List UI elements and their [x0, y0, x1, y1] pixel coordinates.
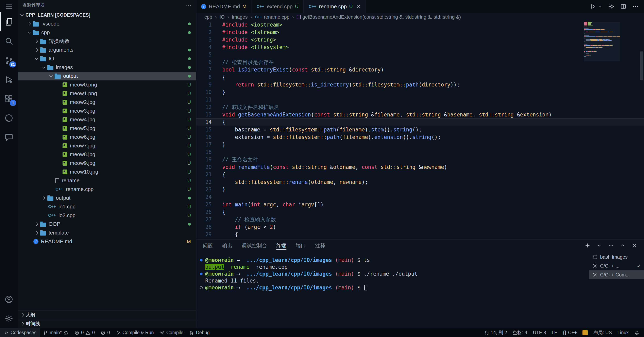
- command-decoration-icon[interactable]: [197, 257, 205, 263]
- more-actions-icon[interactable]: [608, 242, 614, 248]
- panel-tab-注释[interactable]: 注释: [315, 240, 325, 251]
- workspace-root[interactable]: CPP_LEARN [CODESPACES]: [18, 11, 196, 20]
- tree-item[interactable]: 转换函数: [18, 37, 196, 46]
- tree-item[interactable]: meow9.jpgU: [18, 159, 196, 167]
- status-remote[interactable]: Codespaces: [0, 328, 40, 337]
- sidebar-item-extensions[interactable]: 1: [0, 89, 18, 108]
- tree-item[interactable]: meow6.jpgU: [18, 133, 196, 141]
- status-ime[interactable]: [580, 328, 590, 337]
- line-number: 7: [196, 66, 212, 74]
- status-indentation[interactable]: 空格: 4: [510, 328, 530, 337]
- minimap[interactable]: [584, 22, 620, 239]
- command-decoration-icon[interactable]: [197, 270, 205, 277]
- scrollbar-thumb[interactable]: [640, 52, 643, 80]
- timeline-section[interactable]: 时间线: [18, 319, 196, 328]
- breadcrumb-item[interactable]: cpp: [204, 14, 212, 20]
- panel-tab-调试控制台[interactable]: 调试控制台: [242, 240, 267, 251]
- tree-item[interactable]: meow7.jpgU: [18, 141, 196, 150]
- minimap-viewport[interactable]: [584, 22, 620, 61]
- tree-item[interactable]: C++io2.cppU: [18, 211, 196, 220]
- status-keyboard-layout[interactable]: 布局: US: [590, 328, 615, 337]
- tree-item[interactable]: template: [18, 228, 196, 237]
- tree-item[interactable]: meow3.jpgU: [18, 107, 196, 115]
- more-actions-icon[interactable]: [186, 2, 192, 8]
- tree-item[interactable]: output: [18, 72, 196, 80]
- sidebar-item-search[interactable]: [0, 31, 18, 51]
- tree-item[interactable]: .vscode: [18, 20, 196, 28]
- tree-item[interactable]: C++io1.cppU: [18, 202, 196, 211]
- status-compile[interactable]: Compile: [157, 328, 186, 337]
- status-remote-os[interactable]: Linux: [615, 328, 632, 337]
- tree-item[interactable]: meow10.jpgU: [18, 167, 196, 176]
- tree-item[interactable]: images: [18, 63, 196, 72]
- terminal-list-item[interactable]: bash images: [589, 252, 644, 261]
- tree-item-label: arguments: [48, 47, 74, 53]
- code-line: 15 basename = std::filesystem::path(file…: [196, 126, 644, 133]
- sidebar-item-run-debug[interactable]: [0, 70, 18, 89]
- terminal-content[interactable]: @meowrain → .../cpp_learn/cpp/IO/images …: [197, 257, 586, 326]
- code-line: 21{: [196, 171, 644, 178]
- close-panel-icon[interactable]: [632, 242, 638, 248]
- tree-item[interactable]: renameU: [18, 176, 196, 185]
- outline-section[interactable]: 大纲: [18, 310, 196, 319]
- panel-tab-终端[interactable]: 终端: [276, 240, 286, 251]
- code-text: int main(int argc, char *argv[]): [222, 201, 324, 208]
- split-editor-icon[interactable]: [620, 3, 626, 10]
- close-icon[interactable]: ×: [356, 3, 360, 10]
- breadcrumb-item[interactable]: IO: [220, 14, 225, 20]
- menu-icon[interactable]: [0, 0, 18, 12]
- status-debug[interactable]: Debug: [186, 328, 212, 337]
- maximize-panel-icon[interactable]: [620, 242, 626, 248]
- panel-tab-输出[interactable]: 输出: [222, 240, 232, 251]
- code-editor[interactable]: 1#include <iostream>2#include <fstream>3…: [196, 21, 644, 239]
- gear-icon[interactable]: [608, 3, 614, 10]
- tab-extend-cpp[interactable]: C++extend.cppU: [252, 0, 304, 13]
- breadcrumb-file[interactable]: C++rename.cpp: [255, 14, 290, 20]
- tree-item[interactable]: meow4.jpgU: [18, 115, 196, 124]
- new-terminal-button[interactable]: [584, 242, 590, 248]
- status-branch[interactable]: main*: [40, 328, 72, 337]
- status-encoding[interactable]: UTF-8: [530, 328, 549, 337]
- terminal-list-item[interactable]: C/C++ Com...: [589, 270, 644, 279]
- tree-item[interactable]: iREADME.mdM: [18, 237, 196, 246]
- tree-item[interactable]: meow2.jpgU: [18, 98, 196, 107]
- sidebar-item-chat[interactable]: [0, 128, 18, 147]
- breadcrumb-symbol[interactable]: getBasenameAndExtension(const std::strin…: [297, 14, 461, 20]
- status-eol[interactable]: LF: [549, 328, 560, 337]
- settings-button[interactable]: [0, 309, 18, 328]
- status-cursor-position[interactable]: 行 14, 列 2: [482, 328, 510, 337]
- terminal-list-item[interactable]: C/C++ ...✓: [589, 261, 644, 270]
- sidebar-item-explorer[interactable]: [0, 12, 18, 31]
- status-language-mode[interactable]: {}C++: [560, 328, 580, 337]
- status-compile-run[interactable]: Compile & Run: [113, 328, 157, 337]
- command-decoration-icon[interactable]: [197, 284, 205, 291]
- breadcrumb-item[interactable]: images: [232, 14, 248, 20]
- tree-item[interactable]: meow8.jpgU: [18, 150, 196, 159]
- status-problems[interactable]: 00: [72, 328, 98, 337]
- account-icon: [4, 295, 14, 304]
- tree-item[interactable]: arguments: [18, 46, 196, 54]
- more-actions-icon[interactable]: [632, 3, 639, 10]
- sidebar-item-source-control[interactable]: 31: [0, 51, 18, 70]
- terminal-line: Renamed 11 files.: [197, 277, 586, 284]
- status-ports[interactable]: 0: [98, 328, 113, 337]
- tree-item[interactable]: output: [18, 194, 196, 202]
- status-notifications[interactable]: [632, 328, 642, 337]
- sidebar-item-github[interactable]: [0, 108, 18, 128]
- account-button[interactable]: [0, 290, 18, 309]
- code-line: 6// 检查目录是否存在: [196, 59, 644, 66]
- tab-rename-cpp[interactable]: C++rename.cppU×: [304, 0, 366, 13]
- tree-item[interactable]: meow5.jpgU: [18, 124, 196, 133]
- run-button[interactable]: [590, 3, 596, 10]
- panel-tab-问题[interactable]: 问题: [203, 240, 213, 251]
- tree-item[interactable]: meow0.pngU: [18, 80, 196, 89]
- tree-item[interactable]: meow1.pngU: [18, 89, 196, 98]
- tree-item[interactable]: IO: [18, 54, 196, 63]
- panel-tab-端口[interactable]: 端口: [296, 240, 306, 251]
- tree-item[interactable]: OOP: [18, 220, 196, 228]
- tree-item[interactable]: cpp: [18, 28, 196, 37]
- terminal-dropdown-icon[interactable]: [596, 242, 602, 248]
- tab-readme-md[interactable]: iREADME.mdM: [196, 0, 252, 13]
- chevron-down-icon[interactable]: [598, 5, 602, 9]
- tree-item[interactable]: C++rename.cppU: [18, 185, 196, 194]
